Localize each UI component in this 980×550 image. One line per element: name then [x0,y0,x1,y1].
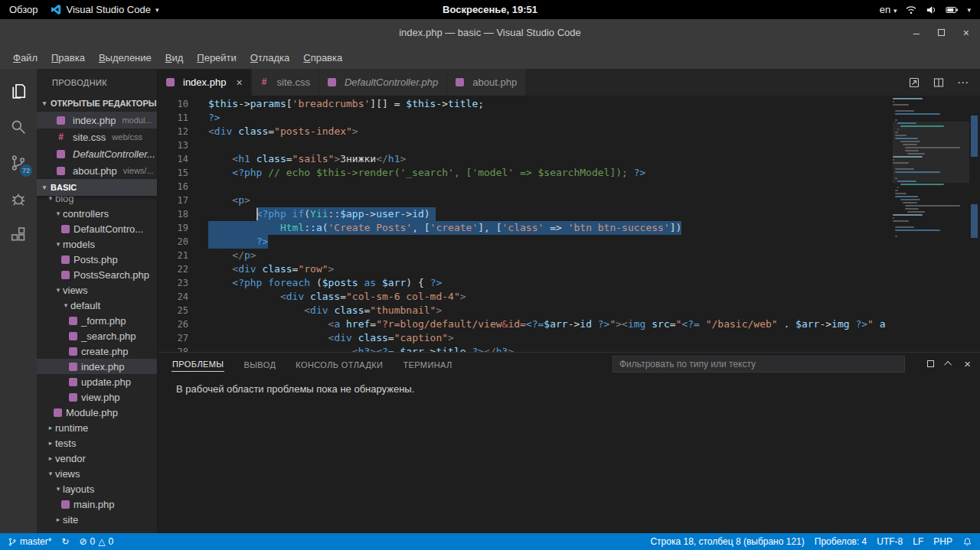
menu-item-6[interactable]: Справка [296,49,349,67]
tree-item[interactable]: ▸runtime [37,420,157,435]
sync-button[interactable]: ↻ [61,536,69,547]
activity-debug-icon[interactable] [0,181,37,216]
tree-item[interactable]: _search.php [37,328,157,343]
errors-warnings-item[interactable]: ⊘ 0 △ 0 [79,536,113,547]
tree-item[interactable]: PostsSearch.php [37,267,157,282]
tree-item[interactable]: main.php [37,496,157,512]
panel-close-icon[interactable]: × [964,357,971,370]
code-line-content[interactable]: <h3><?= $arr->title ?></h3> [208,345,885,352]
minimize-button[interactable]: – [913,27,920,39]
code-line-content[interactable] [208,138,885,152]
tree-item[interactable]: ▾views [37,466,157,481]
activity-source-control-icon[interactable]: 72 [0,145,37,181]
tab-about-php[interactable]: about.php [447,69,526,96]
activities-button[interactable]: Обзор [9,4,38,15]
volume-icon[interactable] [926,5,937,15]
panel-restore-icon[interactable] [927,360,934,367]
code-line-content[interactable]: <p> [208,194,885,207]
activity-extensions-icon[interactable] [0,216,37,252]
tree-item[interactable]: ▾models [37,236,157,252]
wifi-icon[interactable] [905,5,917,15]
tree-item[interactable]: create.php [37,343,157,359]
close-button[interactable]: × [963,27,969,39]
tree-item[interactable]: Posts.php [37,252,157,267]
code-line-content[interactable]: $this->params['breadcrumbs'][] = $this->… [208,97,885,111]
minimap[interactable] [893,96,969,352]
activity-search-icon[interactable] [0,109,37,145]
encoding-item[interactable]: UTF-8 [877,536,903,547]
split-editor-icon[interactable] [933,76,945,89]
clock[interactable]: Воскресенье, 19:51 [443,4,537,15]
code-line-content[interactable]: <h1 class="sails">Знижки</h1> [208,152,885,166]
tree-item[interactable]: DefaultContro... [37,221,157,236]
code-line-content[interactable]: <?php if(Yii::$app->user->id) [208,207,885,221]
code-line-content[interactable]: <div class="posts-index"> [208,125,885,138]
tree-section-basic[interactable]: ▾ BASIC [37,179,157,196]
overview-ruler[interactable] [969,96,980,352]
maximize-button[interactable] [938,29,945,36]
tree-item[interactable]: ▸site [37,512,157,527]
tree-item[interactable]: ▾controllers [37,206,157,221]
tree-item[interactable]: ▾layouts [37,481,157,496]
panel-tab-3[interactable]: ТЕРМИНАЛ [402,356,452,372]
tree-item[interactable]: view.php [37,389,157,405]
tree-item[interactable]: ▾blog [37,196,157,206]
minimap-slider[interactable] [893,122,969,183]
tab-defaultcontroller-php[interactable]: DefaultController.php [319,69,447,96]
code-line-content[interactable]: </p> [208,249,885,262]
app-menu[interactable]: Visual Studio Code ▾ [51,4,159,15]
open-editor-item[interactable]: DefaultController... [37,145,157,162]
tab-close-icon[interactable]: × [236,77,242,88]
menu-item-5[interactable]: Отладка [243,49,296,67]
code-line-content[interactable]: <?php // echo $this->render('_search', [… [208,166,885,180]
language-mode-item[interactable]: PHP [933,536,952,547]
menu-item-0[interactable]: Файл [6,49,44,67]
panel-tab-0[interactable]: ПРОБЛЕМЫ [172,356,224,372]
code-editor[interactable]: 10$this->params['breadcrumbs'][] = $this… [158,96,980,352]
open-editor-item[interactable]: #site.cssweb/css [37,129,157,145]
tree-item[interactable]: Module.php [37,405,157,420]
code-line-content[interactable]: <div class="thumbnail"> [208,304,885,317]
tab-index-php[interactable]: index.php× [158,69,252,96]
code-line-content[interactable]: Html::a('Create Posts', ['create'], ['cl… [208,221,885,235]
code-line-content[interactable]: <?php foreach ($posts as $arr) { ?> [208,276,885,290]
cursor-position-item[interactable]: Строка 18, столбец 8 (выбрано 121) [650,536,804,547]
code-line-content[interactable]: <a href="?r=blog/default/view&id=<?=$arr… [208,317,885,331]
menu-item-4[interactable]: Перейти [190,49,243,67]
tree-item[interactable]: ▾views [37,282,157,298]
tab-site-css[interactable]: #site.css [252,69,319,96]
code-line-content[interactable]: ?> [208,235,885,249]
code-line-content[interactable]: ?> [208,111,885,125]
menu-item-2[interactable]: Выделение [92,49,158,67]
tree-item[interactable]: update.php [37,374,157,389]
chevron-down-icon[interactable]: ▾ [967,6,971,14]
panel-maximize-icon[interactable] [944,361,952,369]
menu-item-3[interactable]: Вид [158,49,191,67]
window-titlebar[interactable]: index.php — basic — Visual Studio Code –… [0,19,980,46]
code-line-content[interactable]: <div class="row"> [208,262,885,276]
tree-item[interactable]: index.php [37,359,157,374]
tree-item[interactable]: ▸tests [37,435,157,451]
panel-tab-1[interactable]: ВЫВОД [243,356,276,372]
code-line-content[interactable]: <div class="col-sm-6 col-md-4"> [208,290,885,304]
eol-item[interactable]: LF [913,536,923,547]
tree-item[interactable]: ▸vendor [37,451,157,466]
menu-item-1[interactable]: Правка [44,49,92,67]
panel-tab-2[interactable]: КОНСОЛЬ ОТЛАДКИ [295,356,384,372]
battery-icon[interactable] [946,5,959,15]
indentation-item[interactable]: Пробелов: 4 [815,536,867,547]
keyboard-layout-indicator[interactable]: en ▾ [880,4,897,15]
open-editor-item[interactable]: index.phpmodul... [37,112,157,129]
problems-filter-input[interactable] [612,356,905,373]
open-editors-header[interactable]: ▾ ОТКРЫТЫЕ РЕДАКТОРЫ [37,95,157,112]
open-editor-item[interactable]: about.phpviews/... [37,162,157,179]
tree-item[interactable]: ▾default [37,298,157,313]
notifications-bell-icon[interactable] [962,537,972,547]
activity-explorer-icon[interactable] [0,73,37,109]
tree-item[interactable]: _form.php [37,313,157,328]
git-branch-item[interactable]: master* [8,536,51,547]
code-line-content[interactable] [208,180,885,194]
more-actions-icon[interactable]: ⋯ [957,76,969,89]
code-line-content[interactable]: <div class="caption"> [208,331,885,345]
open-changes-icon[interactable] [908,76,920,89]
